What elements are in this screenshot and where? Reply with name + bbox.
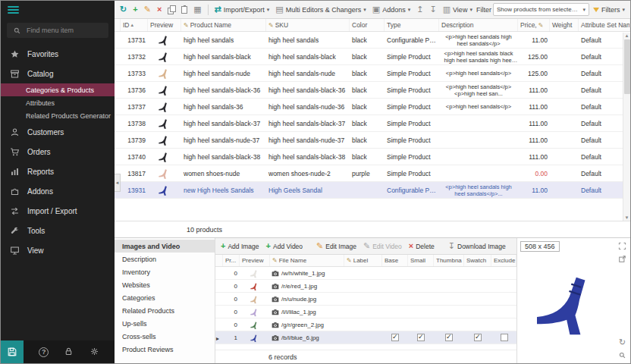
table-row[interactable]: ▸ 13740 high heel sandals-black-38 high …: [115, 149, 630, 165]
tab-description[interactable]: Description: [115, 253, 215, 265]
column-header-price[interactable]: Price,✎: [518, 19, 550, 31]
table-row[interactable]: ▸ 13737 high heel sandals-36 high heel s…: [115, 99, 630, 115]
column-header-swatch[interactable]: Swatch: [464, 255, 491, 266]
table-row[interactable]: ▸ 13736 high heel sandals-black-36 high …: [115, 82, 630, 99]
media-row[interactable]: ▸ 0 /n/u/nude.jpg ✓ ✓: [215, 293, 516, 306]
tab-product-reviews[interactable]: Product Reviews: [115, 343, 215, 356]
scroll-up-arrow[interactable]: ▲: [625, 33, 629, 39]
tab-categories[interactable]: Categories: [115, 291, 215, 304]
columns-button[interactable]: ▦: [191, 4, 203, 15]
delete-product-button[interactable]: ×: [155, 4, 164, 15]
tab-up-sells[interactable]: Up-sells: [115, 317, 215, 330]
sidebar-item-import-export[interactable]: Import / Export: [1, 201, 115, 221]
column-header-color[interactable]: Color: [350, 19, 385, 31]
base-checkbox[interactable]: ✓: [391, 334, 399, 341]
column-header-preview[interactable]: Preview: [148, 19, 181, 31]
sidebar-item-orders[interactable]: Orders: [1, 142, 115, 162]
tab-inventory[interactable]: Inventory: [115, 265, 215, 278]
save-button[interactable]: [1, 340, 24, 363]
column-header-priority[interactable]: Pr...: [223, 255, 240, 266]
tab-cross-sells[interactable]: Cross-sells: [115, 330, 215, 343]
collapse-rows-button[interactable]: ↧: [427, 4, 438, 15]
filter-select[interactable]: Show products from selected categories ▾: [493, 3, 589, 16]
rotate-icon[interactable]: ↻: [617, 337, 628, 348]
column-header-file-name[interactable]: ✎File Name: [270, 255, 344, 266]
media-row[interactable]: ▸ 1 /b/l/blue_6.jpg ✓ ✓: [215, 331, 516, 344]
sidebar-item-categories-products[interactable]: Categories & Products: [1, 83, 115, 96]
gear-icon[interactable]: [89, 347, 99, 358]
sidebar-item-view[interactable]: View: [1, 240, 115, 260]
filters-button[interactable]: Filters ▾: [591, 5, 627, 15]
zoom-icon[interactable]: [617, 350, 628, 361]
tab-images-and-video[interactable]: Images and Video: [115, 240, 215, 253]
table-row[interactable]: ▸ 13732 high heel sandals-black high hee…: [115, 49, 630, 65]
column-header-preview[interactable]: Preview: [240, 255, 270, 266]
import-export-menu[interactable]: ⇄ Import/Export ▾: [212, 4, 272, 15]
table-row[interactable]: ▸ 13931 new High Heels Sandals High Geel…: [115, 182, 630, 199]
tab-websites[interactable]: Websites: [115, 278, 215, 291]
delete-image-button[interactable]: ×Delete: [407, 240, 437, 252]
column-header-label[interactable]: ✎Label: [344, 255, 382, 266]
sidebar-item-reports[interactable]: Reports: [1, 162, 115, 181]
add-video-button[interactable]: +Add Video: [264, 240, 306, 252]
column-header-type[interactable]: Type: [385, 19, 439, 31]
cell-product-name: high heel sandals-36: [181, 103, 266, 111]
camera-icon: [272, 334, 279, 341]
refresh-button[interactable]: ↻: [118, 4, 129, 15]
add-product-button[interactable]: +: [130, 4, 140, 15]
column-header-exclude[interactable]: Exclude: [491, 255, 516, 266]
paste-button[interactable]: [179, 5, 190, 15]
open-external-icon[interactable]: [617, 253, 628, 265]
column-header-thumbnail[interactable]: Thumbna: [434, 255, 464, 266]
tab-related-products[interactable]: Related Products: [115, 304, 215, 317]
sidebar-item-attributes[interactable]: Attributes: [1, 96, 115, 109]
table-row[interactable]: ▸ 13817 women shoes-nude women shoes-nud…: [115, 165, 630, 182]
media-row[interactable]: ▸ 0 /w/h/white_1.jpg ✓ ✓: [215, 267, 516, 280]
table-row[interactable]: ▸ 13731 high heel sandals high heel sand…: [115, 32, 630, 49]
thumbnail-checkbox[interactable]: ✓: [445, 334, 453, 341]
addons-menu[interactable]: ▣ Addons ▾: [370, 4, 413, 15]
download-image-button[interactable]: ↧Download Image: [446, 240, 508, 252]
column-header-id[interactable]: ID▴: [121, 19, 148, 31]
fullscreen-icon[interactable]: [617, 240, 628, 252]
add-image-button[interactable]: +Add Image: [218, 240, 262, 252]
sidebar-item-favorites[interactable]: Favorites: [1, 44, 115, 64]
column-header-product-name[interactable]: ✎Product Name: [181, 19, 266, 31]
edit-product-button[interactable]: ✎: [142, 4, 153, 15]
view-menu[interactable]: ▥ View ▾: [441, 4, 475, 15]
column-header-base[interactable]: Base: [382, 255, 408, 266]
table-row[interactable]: ▸ 13739 high heel sandals-nude-37 high h…: [115, 132, 630, 149]
help-icon[interactable]: ?: [39, 347, 49, 357]
search-input[interactable]: [27, 27, 104, 34]
media-row[interactable]: ▸ 0 /l/i/lilac_1.jpg ✓ ✓: [215, 306, 516, 318]
column-header-weight[interactable]: Weight: [550, 19, 579, 31]
column-header-description[interactable]: Description: [439, 19, 518, 31]
sidebar-item-customers[interactable]: Customers: [1, 122, 115, 142]
bottom-panel: Images and Video Description Inventory W…: [115, 237, 630, 363]
detail-tabs: Images and Video Description Inventory W…: [115, 238, 215, 363]
hamburger-menu-icon[interactable]: [8, 5, 19, 15]
scrollbar-thumb[interactable]: [624, 39, 630, 94]
swatch-checkbox[interactable]: ✓: [474, 334, 482, 341]
table-row[interactable]: ▸ 13733 high heel sandals-nude high heel…: [115, 65, 630, 82]
lock-icon[interactable]: [64, 347, 74, 358]
expand-rows-button[interactable]: ↥: [414, 4, 425, 15]
table-row[interactable]: ▸ 13738 high heel sandals-black-37 high …: [115, 115, 630, 132]
copy-button[interactable]: [165, 4, 177, 15]
media-row[interactable]: ▸ 0 /r/e/red_1.jpg ✓ ✓: [215, 280, 516, 293]
exclude-checkbox[interactable]: ✓: [501, 334, 508, 341]
column-header-small[interactable]: Small: [408, 255, 434, 266]
multi-editors-menu[interactable]: ▤ Multi Editors & Changers ▾: [273, 4, 368, 15]
sidebar-item-related-products-generator[interactable]: Related Products Generator: [1, 109, 115, 122]
sidebar-item-addons[interactable]: Addons: [1, 181, 115, 201]
small-checkbox[interactable]: ✓: [417, 334, 425, 341]
sidebar-item-tools[interactable]: Tools: [1, 221, 115, 240]
media-row[interactable]: ▸ 0 /g/r/green_2.jpg ✓ ✓: [215, 318, 516, 331]
edit-video-button[interactable]: ✎Edit Video: [361, 240, 404, 252]
scroll-down-arrow[interactable]: ▼: [625, 215, 629, 221]
column-header-sku[interactable]: ✎SKU: [266, 19, 350, 31]
edit-image-button[interactable]: ✎Edit Image: [314, 240, 359, 252]
sidebar-item-catalog[interactable]: Catalog: [1, 64, 115, 83]
column-header-attribute-set[interactable]: Attribute Set Name: [579, 19, 630, 31]
collapse-panel-handle[interactable]: ◂: [115, 174, 121, 192]
